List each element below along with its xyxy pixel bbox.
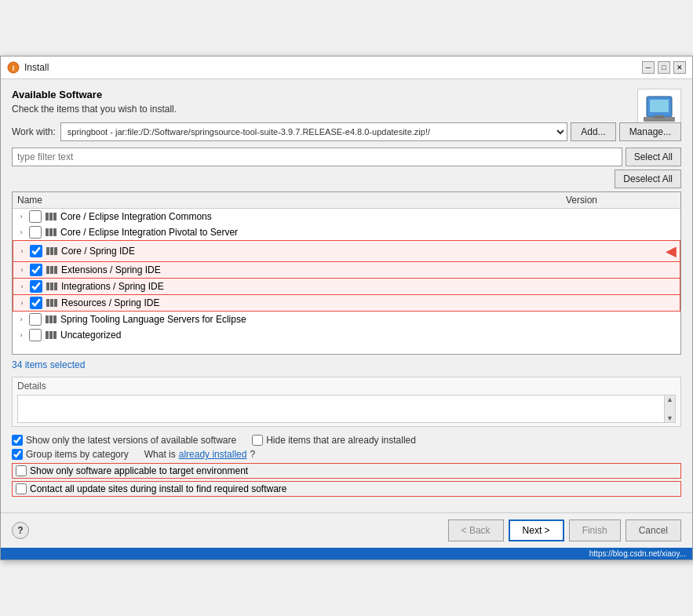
row-label: Uncategorized <box>60 330 677 341</box>
row-label: Extensions / Spring IDE <box>61 264 677 275</box>
dialog-content: Available Software Check the items that … <box>1 79 692 512</box>
table-row-highlighted[interactable]: › Core / Spring IDE ◀ <box>13 240 680 262</box>
navigation-buttons: < Back Next > Finish Cancel <box>448 519 681 541</box>
expand-icon[interactable]: › <box>16 281 27 292</box>
name-column-header: Name <box>17 195 566 206</box>
selection-arrow: ◀ <box>666 242 677 260</box>
option-target-checkbox[interactable] <box>16 465 27 476</box>
option-latest-versions: Show only the latest versions of availab… <box>12 435 236 446</box>
table-row-highlighted[interactable]: › Resources / Spring IDE <box>13 295 680 312</box>
section-title: Available Software <box>12 89 681 100</box>
install-icon: I <box>7 61 20 74</box>
row-checkbox[interactable] <box>30 245 42 257</box>
expand-icon[interactable]: › <box>16 246 27 257</box>
row-label: Core / Eclipse Integration Commons <box>60 211 677 222</box>
row-label: Integrations / Spring IDE <box>61 281 677 292</box>
title-bar-left: I Install <box>7 61 49 74</box>
row-label: Resources / Spring IDE <box>61 297 677 308</box>
table-header: Name Version <box>13 192 680 209</box>
expand-icon[interactable]: › <box>16 330 27 341</box>
deselect-all-button[interactable]: Deselect All <box>615 169 681 188</box>
work-with-dropdown[interactable]: springboot - jar:file:/D:/Software/sprin… <box>60 122 567 141</box>
help-button[interactable]: ? <box>12 522 29 539</box>
table-row[interactable]: › Core / Eclipse Integration Commons <box>13 209 680 224</box>
help-area: ? <box>12 522 29 539</box>
row-icon <box>44 226 58 239</box>
row-icon <box>45 264 59 276</box>
work-with-label: Work with: <box>12 126 56 137</box>
row-icon <box>45 297 59 309</box>
expand-icon[interactable]: › <box>16 314 27 325</box>
row-label: Core / Eclipse Integration Pivotal to Se… <box>60 227 677 238</box>
option-group-label: Group items by category <box>26 449 129 460</box>
option-contact-checkbox[interactable] <box>16 483 27 494</box>
row-checkbox[interactable] <box>29 226 42 239</box>
item-count-status: 34 items selected <box>12 359 681 370</box>
question-mark: ? <box>250 449 255 460</box>
svg-rect-5 <box>655 115 664 118</box>
option-target-environment: Show only software applicable to target … <box>12 463 681 479</box>
logo-svg <box>644 95 675 123</box>
row-checkbox[interactable] <box>29 329 42 341</box>
option-group-checkbox[interactable] <box>12 449 23 460</box>
section-subtitle: Check the items that you wish to install… <box>12 104 681 115</box>
already-installed-link[interactable]: already installed <box>179 449 247 460</box>
details-content: ▲ ▼ <box>17 395 676 423</box>
bottom-bar: ? < Back Next > Finish Cancel <box>1 512 692 548</box>
table-row-highlighted[interactable]: › Extensions / Spring IDE <box>13 262 680 279</box>
add-button[interactable]: Add... <box>571 122 615 141</box>
row-checkbox[interactable] <box>30 264 42 276</box>
install-window: I Install ─ □ ✕ Available Software Check… <box>0 56 693 560</box>
manage-button[interactable]: Manage... <box>619 122 681 141</box>
options-row-2: Group items by category What is already … <box>12 449 681 460</box>
watermark-text: https://blog.csdn.net/xiaoy... <box>589 549 686 558</box>
row-checkbox[interactable] <box>30 297 42 309</box>
cancel-button[interactable]: Cancel <box>626 519 681 541</box>
maximize-button[interactable]: □ <box>658 61 670 74</box>
select-all-button[interactable]: Select All <box>626 148 681 166</box>
next-button[interactable]: Next > <box>509 519 564 541</box>
svg-rect-3 <box>650 100 669 112</box>
options-row-1: Show only the latest versions of availab… <box>12 435 681 446</box>
row-icon <box>44 329 58 341</box>
table-body: › Core / Eclipse Integration Commons › <box>13 209 680 354</box>
version-column-header: Version <box>566 195 676 206</box>
table-row[interactable]: › Uncategorized <box>13 327 680 343</box>
expand-icon[interactable]: › <box>16 211 27 222</box>
option-hide-label: Hide items that are already installed <box>266 435 416 446</box>
row-checkbox[interactable] <box>29 313 42 326</box>
expand-icon[interactable]: › <box>16 297 27 308</box>
row-icon <box>44 210 58 223</box>
expand-icon[interactable]: › <box>16 227 27 238</box>
what-is-label: What is <box>144 449 176 460</box>
top-section: Available Software Check the items that … <box>12 89 681 141</box>
watermark-bar: https://blog.csdn.net/xiaoy... <box>1 548 692 560</box>
row-label: Spring Tooling Language Servers for Ecli… <box>60 314 677 325</box>
scrollbar[interactable]: ▲ ▼ <box>664 395 675 422</box>
row-checkbox[interactable] <box>30 280 42 293</box>
option-hide-installed: Hide items that are already installed <box>252 435 416 446</box>
minimize-button[interactable]: ─ <box>642 61 655 74</box>
title-bar-controls: ─ □ ✕ <box>642 61 686 74</box>
expand-icon[interactable]: › <box>16 264 27 275</box>
window-title: Install <box>24 62 49 73</box>
row-icon <box>45 245 59 257</box>
option-latest-label: Show only the latest versions of availab… <box>26 435 236 446</box>
option-latest-checkbox[interactable] <box>12 435 23 446</box>
table-row[interactable]: › Core / Eclipse Integration Pivotal to … <box>13 224 680 240</box>
row-checkbox[interactable] <box>29 210 42 223</box>
svg-text:I: I <box>13 64 15 72</box>
back-button[interactable]: < Back <box>448 519 504 541</box>
table-row-highlighted[interactable]: › Integrations / Spring IDE <box>13 279 680 295</box>
details-section: Details ▲ ▼ <box>12 377 681 427</box>
finish-button[interactable]: Finish <box>569 519 621 541</box>
close-button[interactable]: ✕ <box>673 61 686 74</box>
table-row[interactable]: › Spring Tooling Language Servers for Ec… <box>13 312 680 327</box>
title-bar: I Install ─ □ ✕ <box>1 56 692 79</box>
option-contact-sites: Contact all update sites during install … <box>12 481 681 497</box>
option-hide-checkbox[interactable] <box>252 435 263 446</box>
filter-row: Select All <box>12 148 681 166</box>
option-already-installed: What is already installed ? <box>144 449 255 460</box>
filter-input[interactable] <box>12 148 622 166</box>
software-table: Name Version › Core / Eclipse Integratio… <box>12 191 681 355</box>
